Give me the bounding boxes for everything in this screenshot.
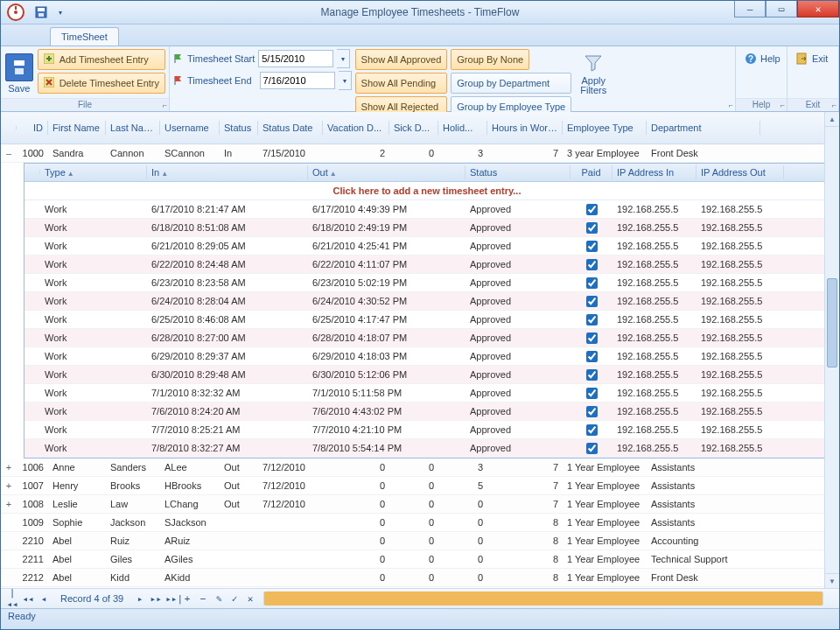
- expand-toggle[interactable]: +: [1, 479, 17, 493]
- col-last-name[interactable]: Last Name: [106, 121, 160, 135]
- paid-checkbox[interactable]: [586, 296, 598, 307]
- start-date-dropdown[interactable]: ▾: [337, 49, 350, 68]
- nested-row[interactable]: Work 6/18/2010 8:51:08 AM 6/18/2010 2:49…: [24, 219, 830, 237]
- table-row[interactable]: 2211AbelGilesAGiles00081 Year EmployeeTe…: [1, 550, 839, 569]
- ncol-type[interactable]: Type▲: [40, 165, 147, 179]
- col-hours[interactable]: Hours in Work...: [487, 121, 563, 135]
- add-entry-button[interactable]: Add Timesheet Entry: [38, 49, 165, 70]
- paid-checkbox[interactable]: [586, 369, 598, 381]
- scroll-up-arrow-icon[interactable]: ▲: [825, 112, 839, 127]
- nested-row[interactable]: Work 7/8/2010 8:32:27 AM 7/8/2010 5:54:1…: [24, 439, 830, 458]
- timesheet-end-input[interactable]: [260, 72, 335, 89]
- paid-checkbox[interactable]: [586, 443, 598, 454]
- col-vacation[interactable]: Vacation D...: [323, 121, 389, 135]
- nested-row[interactable]: Work 7/1/2010 8:32:32 AM 7/1/2010 5:11:5…: [24, 384, 830, 402]
- nav-first-button[interactable]: |◂◂: [6, 587, 18, 608]
- qat-save-icon[interactable]: [32, 4, 50, 21]
- col-id[interactable]: ID: [17, 121, 48, 135]
- nested-row[interactable]: Work 6/21/2010 8:29:05 AM 6/21/2010 4:25…: [24, 237, 830, 256]
- ncol-paid[interactable]: Paid: [570, 165, 612, 179]
- show-pending-button[interactable]: Show All Pending: [355, 73, 448, 94]
- table-row[interactable]: 2213AbigailMcgowanAMcgowan00081 Year Emp…: [1, 587, 839, 588]
- expand-toggle[interactable]: [1, 521, 17, 524]
- nav-next-button[interactable]: ▸: [134, 593, 146, 605]
- horizontal-scrollbar[interactable]: [263, 592, 823, 606]
- qat-dropdown-icon[interactable]: ▾: [52, 4, 69, 21]
- col-status-date[interactable]: Status Date: [258, 121, 323, 135]
- ncol-in[interactable]: In▲: [147, 165, 308, 179]
- close-button[interactable]: ✕: [797, 1, 839, 18]
- nested-row[interactable]: Work 6/22/2010 8:24:48 AM 6/22/2010 4:11…: [24, 256, 830, 274]
- nested-row[interactable]: Work 6/25/2010 8:46:08 AM 6/25/2010 4:17…: [24, 311, 830, 329]
- expand-toggle[interactable]: +: [1, 460, 17, 474]
- nested-row[interactable]: Work 7/6/2010 8:24:20 AM 7/6/2010 4:43:0…: [24, 402, 830, 421]
- expand-toggle[interactable]: [1, 576, 17, 579]
- paid-checkbox[interactable]: [586, 424, 598, 436]
- paid-checkbox[interactable]: [586, 204, 598, 215]
- expand-toggle[interactable]: [1, 539, 17, 542]
- show-approved-button[interactable]: Show All Approved: [355, 49, 448, 70]
- file-dialog-launcher[interactable]: ⌐: [163, 101, 167, 109]
- col-status[interactable]: Status: [220, 121, 258, 135]
- help-dialog-launcher[interactable]: ⌐: [780, 101, 785, 109]
- vertical-scrollbar[interactable]: ▲ ▼: [824, 112, 839, 588]
- nested-row[interactable]: Work 6/28/2010 8:27:00 AM 6/28/2010 4:18…: [24, 329, 830, 347]
- col-sick[interactable]: Sick D...: [389, 121, 438, 135]
- nav-next-page-button[interactable]: ▸▸: [150, 593, 162, 605]
- paid-checkbox[interactable]: [586, 277, 598, 289]
- col-holiday[interactable]: Holid...: [438, 121, 487, 135]
- nav-cancel-button[interactable]: ✕: [244, 593, 256, 605]
- paid-checkbox[interactable]: [586, 259, 598, 270]
- table-row[interactable]: +1007HenryBrooksHBrooksOut7/12/201000571…: [1, 477, 839, 495]
- app-icon[interactable]: [4, 1, 27, 24]
- nav-last-button[interactable]: ▸▸|: [165, 593, 178, 605]
- nested-row[interactable]: Work 6/29/2010 8:29:37 AM 6/29/2010 4:18…: [24, 347, 830, 366]
- filters-dialog-launcher[interactable]: ⌐: [729, 101, 733, 109]
- nav-accept-button[interactable]: ✓: [228, 593, 241, 605]
- col-department[interactable]: Department: [647, 121, 760, 135]
- table-row[interactable]: 1009SophieJacksonSJackson00081 Year Empl…: [1, 514, 839, 532]
- ncol-status[interactable]: Status: [466, 165, 570, 179]
- help-button[interactable]: ? Help: [739, 49, 786, 68]
- paid-checkbox[interactable]: [586, 332, 598, 344]
- paid-checkbox[interactable]: [586, 351, 598, 362]
- expand-toggle[interactable]: +: [1, 497, 17, 511]
- save-button[interactable]: Save: [4, 49, 34, 98]
- col-employee-type[interactable]: Employee Type: [563, 121, 647, 135]
- exit-button[interactable]: Exit: [791, 49, 833, 68]
- table-row[interactable]: 2210AbelRuizARuiz00081 Year EmployeeAcco…: [1, 532, 839, 550]
- table-row[interactable]: 2212AbelKiddAKidd00081 Year EmployeeFron…: [1, 569, 839, 587]
- group-none-button[interactable]: Group By None: [451, 49, 529, 70]
- paid-checkbox[interactable]: [586, 222, 598, 234]
- expand-toggle[interactable]: –: [1, 146, 17, 160]
- apply-filters-button[interactable]: Apply Filters: [575, 49, 612, 98]
- paid-checkbox[interactable]: [586, 406, 598, 417]
- col-username[interactable]: Username: [160, 121, 220, 135]
- delete-entry-button[interactable]: Delete Timesheet Entry: [38, 73, 165, 94]
- nested-row[interactable]: Work 6/17/2010 8:21:47 AM 6/17/2010 4:49…: [24, 200, 830, 219]
- tab-timesheet[interactable]: TimeSheet: [50, 27, 119, 46]
- nested-row[interactable]: Work 6/30/2010 8:29:48 AM 6/30/2010 5:12…: [24, 366, 830, 384]
- new-entry-row[interactable]: Click here to add a new timesheet entry.…: [24, 182, 830, 200]
- nav-prev-button[interactable]: ◂: [38, 593, 50, 605]
- end-date-dropdown[interactable]: ▾: [339, 71, 352, 90]
- nested-row[interactable]: Work 6/24/2010 8:28:04 AM 6/24/2010 4:30…: [24, 292, 830, 311]
- ncol-out[interactable]: Out▲: [308, 165, 466, 179]
- nav-prev-page-button[interactable]: ◂◂: [22, 593, 34, 605]
- paid-checkbox[interactable]: [586, 314, 598, 326]
- maximize-button[interactable]: ▭: [766, 1, 797, 18]
- col-first-name[interactable]: First Name: [48, 121, 106, 135]
- nav-remove-button[interactable]: −: [197, 593, 209, 605]
- scroll-thumb[interactable]: [827, 278, 837, 368]
- scroll-down-arrow-icon[interactable]: ▼: [825, 573, 839, 588]
- table-row[interactable]: +1006AnneSandersALeeOut7/12/201000371 Ye…: [1, 458, 839, 477]
- table-row[interactable]: +1008LeslieLawLChangOut7/12/201000071 Ye…: [1, 495, 839, 514]
- expand-toggle[interactable]: [1, 557, 17, 561]
- paid-checkbox[interactable]: [586, 241, 598, 252]
- ncol-ip-in[interactable]: IP Address In: [612, 165, 696, 179]
- minimize-button[interactable]: —: [734, 1, 766, 18]
- ncol-ip-out[interactable]: IP Address Out: [696, 165, 784, 179]
- paid-checkbox[interactable]: [586, 388, 598, 399]
- nav-edit-button[interactable]: ✎: [213, 593, 225, 605]
- group-dept-button[interactable]: Group by Department: [451, 73, 571, 94]
